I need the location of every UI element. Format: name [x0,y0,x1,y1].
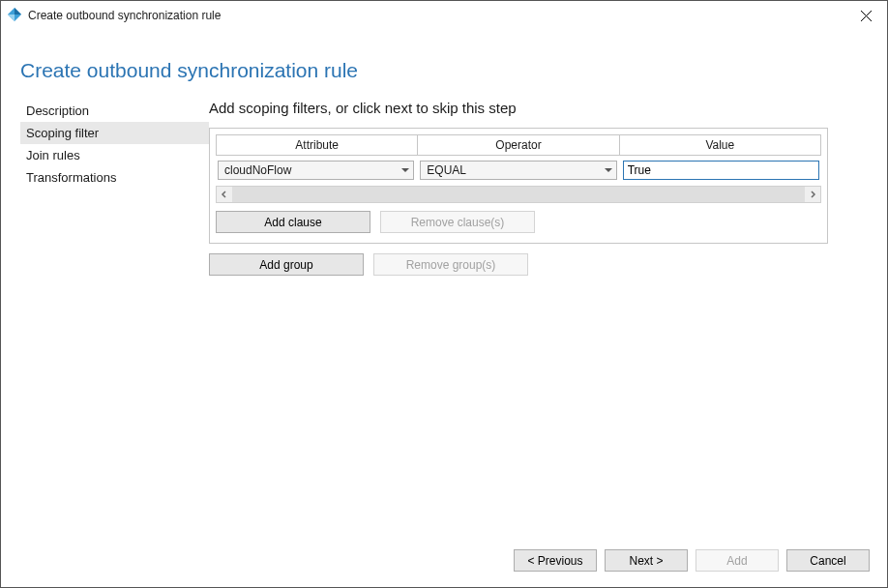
scroll-right-button[interactable] [805,187,820,202]
operator-select-value: EQUAL [427,163,466,177]
window-title: Create outbound synchronization rule [28,9,221,22]
header-value: Value [620,135,820,155]
body: Description Scoping filter Join rules Tr… [20,100,868,540]
next-button[interactable]: Next > [605,549,688,572]
attribute-cell: cloudNoFlow [218,161,414,180]
horizontal-scrollbar[interactable] [216,186,821,203]
chevron-left-icon [221,191,228,198]
footer-buttons: < Previous Next > Add Cancel [1,540,887,587]
value-input[interactable] [623,161,819,180]
clause-buttons: Add clause Remove clause(s) [216,211,821,233]
previous-button[interactable]: < Previous [514,549,597,572]
page-title: Create outbound synchronization rule [20,59,868,82]
cancel-button[interactable]: Cancel [786,549,870,572]
operator-cell: EQUAL [420,161,616,180]
value-cell [623,161,819,180]
remove-group-button[interactable]: Remove group(s) [373,253,528,276]
dialog-window: Create outbound synchronization rule Cre… [0,0,888,588]
sidebar-item-description[interactable]: Description [20,100,209,122]
titlebar-left: Create outbound synchronization rule [7,7,221,25]
header-attribute: Attribute [217,135,418,155]
chevron-down-icon [401,168,409,172]
sidebar-item-scoping-filter[interactable]: Scoping filter [20,122,209,144]
chevron-down-icon [605,168,612,172]
add-button[interactable]: Add [696,549,779,572]
instruction-text: Add scoping filters, or click next to sk… [209,100,868,116]
add-group-button[interactable]: Add group [209,253,364,276]
scoping-filter-group: Attribute Operator Value cloudNoFlow [209,128,828,244]
filter-row: cloudNoFlow EQUAL [216,156,821,184]
close-icon [861,11,872,21]
content-area: Create outbound synchronization rule Des… [1,30,887,540]
sidebar: Description Scoping filter Join rules Tr… [20,100,209,540]
main-panel: Add scoping filters, or click next to sk… [209,100,868,540]
filter-headers: Attribute Operator Value [216,134,821,156]
attribute-select-value: cloudNoFlow [224,163,291,177]
scroll-left-button[interactable] [217,187,232,202]
header-operator: Operator [418,135,619,155]
operator-select[interactable]: EQUAL [420,161,616,180]
remove-clause-button[interactable]: Remove clause(s) [380,211,535,233]
add-clause-button[interactable]: Add clause [216,211,370,233]
group-buttons: Add group Remove group(s) [209,253,868,276]
attribute-select[interactable]: cloudNoFlow [218,161,414,180]
close-button[interactable] [844,1,887,30]
svg-marker-2 [8,15,15,21]
app-icon [7,7,22,25]
sidebar-item-join-rules[interactable]: Join rules [20,144,209,166]
scroll-track[interactable] [232,187,805,202]
titlebar: Create outbound synchronization rule [1,1,887,30]
chevron-right-icon [809,191,816,198]
svg-marker-1 [15,8,21,15]
sidebar-item-transformations[interactable]: Transformations [20,166,209,189]
